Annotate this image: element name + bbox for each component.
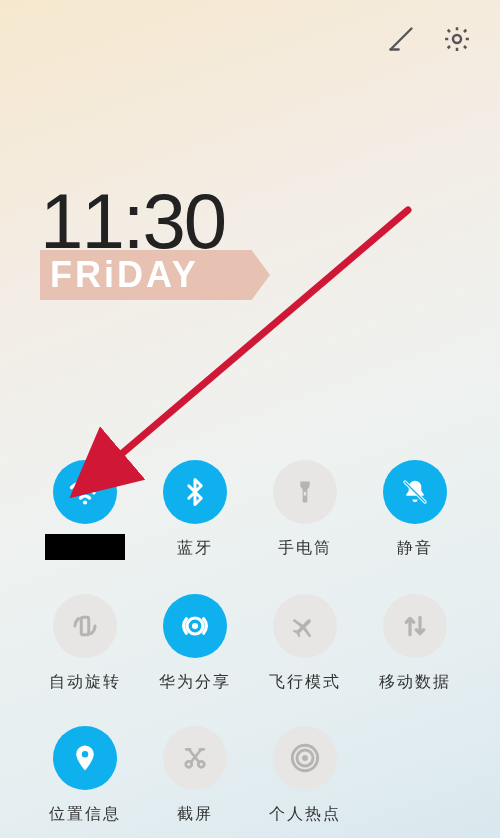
svg-point-1 — [83, 500, 87, 504]
tile-label: 位置信息 — [49, 804, 121, 824]
tile-mute[interactable]: 静音 — [360, 460, 470, 560]
tile-label: 个人热点 — [269, 804, 341, 824]
bluetooth-icon — [163, 460, 227, 524]
tile-label: 移动数据 — [379, 672, 451, 692]
tile-label: 截屏 — [177, 804, 213, 824]
tile-hwshare[interactable]: 华为分享 — [140, 594, 250, 692]
data-arrows-icon — [383, 594, 447, 658]
top-action-bar — [0, 0, 500, 78]
scissors-icon — [163, 726, 227, 790]
tile-label: 蓝牙 — [177, 538, 213, 558]
notification-panel: 11:30 FRiDAY 蓝牙 — [0, 0, 500, 838]
airplane-icon — [273, 594, 337, 658]
tile-screenshot[interactable]: 截屏 — [140, 726, 250, 824]
tile-label — [45, 534, 125, 560]
svg-point-11 — [302, 755, 308, 761]
tile-label: 静音 — [397, 538, 433, 558]
location-pin-icon — [53, 726, 117, 790]
svg-rect-5 — [81, 617, 89, 635]
flashlight-icon — [273, 460, 337, 524]
svg-point-6 — [192, 623, 198, 629]
wifi-icon — [53, 460, 117, 524]
tile-autorotate[interactable]: 自动旋转 — [30, 594, 140, 692]
tile-label: 飞行模式 — [269, 672, 341, 692]
day-label: FRiDAY — [40, 250, 270, 300]
hotspot-icon — [273, 726, 337, 790]
tile-wifi[interactable] — [30, 460, 140, 560]
tile-mobiledata[interactable]: 移动数据 — [360, 594, 470, 692]
tile-label: 华为分享 — [159, 672, 231, 692]
svg-point-0 — [453, 35, 461, 43]
tile-hotspot[interactable]: 个人热点 — [250, 726, 360, 824]
tile-label: 手电筒 — [278, 538, 332, 558]
quick-settings-grid: 蓝牙 手电筒 静音 — [0, 460, 500, 824]
tile-location[interactable]: 位置信息 — [30, 726, 140, 824]
svg-rect-2 — [304, 492, 306, 496]
edit-icon[interactable] — [386, 24, 416, 54]
tile-label: 自动旋转 — [49, 672, 121, 692]
rotate-icon — [53, 594, 117, 658]
bell-off-icon — [383, 460, 447, 524]
svg-point-8 — [82, 751, 89, 758]
tile-airplane[interactable]: 飞行模式 — [250, 594, 360, 692]
tile-bluetooth[interactable]: 蓝牙 — [140, 460, 250, 560]
share-icon — [163, 594, 227, 658]
gear-icon[interactable] — [442, 24, 472, 54]
tile-flashlight[interactable]: 手电筒 — [250, 460, 360, 560]
